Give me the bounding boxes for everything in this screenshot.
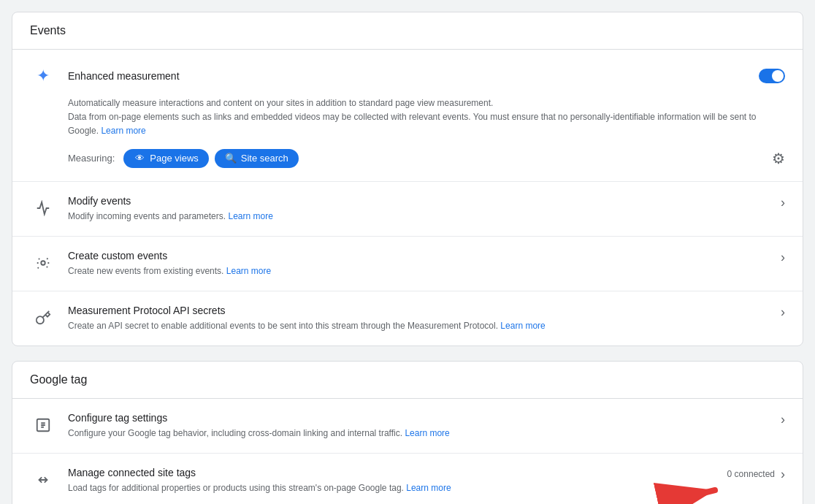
enhanced-measurement-title: Enhanced measurement [68, 70, 759, 82]
modify-events-item[interactable]: Modify events Modify incoming events and… [12, 182, 803, 237]
measurement-protocol-icon [30, 305, 56, 331]
site-search-label: Site search [241, 153, 288, 164]
measurement-protocol-content: Measurement Protocol API secrets Create … [68, 305, 769, 332]
measurement-protocol-learn-more[interactable]: Learn more [500, 321, 545, 331]
create-custom-events-item[interactable]: Create custom events Create new events f… [12, 237, 803, 291]
enhanced-measurement-desc: Automatically measure interactions and c… [68, 96, 785, 139]
configure-tag-item[interactable]: Configure tag settings Configure your Go… [12, 399, 803, 454]
measurement-protocol-chevron: › [781, 305, 785, 320]
manage-connected-learn-more[interactable]: Learn more [406, 483, 451, 493]
create-custom-events-title: Create custom events [68, 250, 769, 261]
create-custom-events-icon [30, 250, 56, 276]
configure-tag-learn-more[interactable]: Learn more [405, 428, 449, 438]
modify-events-chevron: › [781, 195, 785, 210]
search-icon: 🔍 [225, 153, 237, 164]
measurement-protocol-item[interactable]: Measurement Protocol API secrets Create … [12, 291, 803, 345]
create-custom-events-content: Create custom events Create new events f… [68, 250, 769, 278]
modify-events-right: › [781, 195, 785, 210]
svg-point-0 [41, 261, 45, 265]
measuring-label: Measuring: [68, 153, 115, 164]
enhanced-measurement-icon: ✦ [30, 63, 56, 89]
create-custom-events-desc: Create new events from existing events. … [68, 264, 769, 278]
page-views-label: Page views [150, 153, 198, 164]
google-tag-section: Google tag Configure tag settings Config… [12, 361, 803, 504]
create-custom-events-chevron: › [781, 250, 785, 265]
configure-tag-right: › [781, 412, 785, 427]
measurement-protocol-title: Measurement Protocol API secrets [68, 305, 769, 316]
configure-tag-chevron: › [781, 412, 785, 427]
eye-icon: 👁 [134, 153, 145, 164]
modify-events-content: Modify events Modify incoming events and… [68, 195, 769, 223]
google-tag-section-header: Google tag [12, 362, 803, 399]
events-section: Events ✦ Enhanced measurement Automatica… [12, 12, 803, 346]
manage-connected-title: Manage connected site tags [68, 467, 716, 478]
modify-events-desc: Modify incoming events and parameters. L… [68, 210, 769, 223]
enhanced-measurement-learn-more[interactable]: Learn more [101, 126, 145, 136]
events-section-header: Events [12, 12, 803, 50]
site-search-pill[interactable]: 🔍 Site search [215, 149, 299, 168]
enhanced-measurement-toggle[interactable] [759, 69, 785, 83]
manage-connected-content: Manage connected site tags Load tags for… [68, 467, 716, 495]
configure-tag-content: Configure tag settings Configure your Go… [68, 412, 769, 440]
page-views-pill[interactable]: 👁 Page views [123, 149, 208, 168]
measuring-settings-icon[interactable]: ⚙ [772, 150, 785, 167]
create-custom-events-learn-more[interactable]: Learn more [226, 266, 271, 276]
configure-tag-title: Configure tag settings [68, 412, 769, 424]
configure-tag-desc: Configure your Google tag behavior, incl… [68, 427, 769, 440]
measuring-row: Measuring: 👁 Page views 🔍 Site search ⚙ [68, 149, 785, 168]
modify-events-icon [30, 195, 56, 221]
modify-events-learn-more[interactable]: Learn more [228, 211, 272, 221]
connected-status: 0 connected [727, 469, 775, 479]
modify-events-title: Modify events [68, 195, 769, 207]
create-custom-events-right: › [781, 250, 785, 265]
measurement-protocol-right: › [781, 305, 785, 320]
enhanced-measurement-item: ✦ Enhanced measurement Automatically mea… [12, 50, 803, 182]
measurement-protocol-desc: Create an API secret to enable additiona… [68, 319, 769, 332]
manage-connected-chevron: › [781, 467, 785, 482]
manage-connected-right: 0 connected › [727, 467, 785, 482]
manage-connected-icon [30, 467, 56, 493]
configure-tag-icon [30, 412, 56, 438]
manage-connected-desc: Load tags for additional properties or p… [68, 481, 716, 495]
manage-connected-item[interactable]: Manage connected site tags Load tags for… [12, 454, 803, 504]
